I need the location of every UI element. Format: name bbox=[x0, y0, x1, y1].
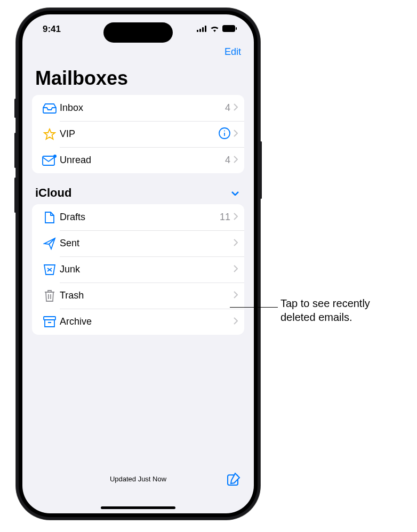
chevron-right-icon bbox=[234, 130, 238, 139]
archive-icon bbox=[39, 316, 60, 328]
mailbox-vip[interactable]: VIP bbox=[32, 121, 244, 147]
mailbox-label: Unread bbox=[60, 155, 225, 166]
svg-point-10 bbox=[53, 155, 57, 158]
mailbox-count: 4 bbox=[225, 155, 230, 166]
chevron-right-icon bbox=[234, 265, 238, 275]
chevron-right-icon bbox=[234, 239, 238, 248]
mailbox-trash[interactable]: Trash bbox=[32, 283, 244, 309]
send-icon bbox=[39, 237, 60, 250]
mailbox-label: VIP bbox=[60, 128, 219, 140]
inbox-icon bbox=[39, 103, 60, 114]
section-header-icloud[interactable]: iCloud bbox=[22, 186, 254, 204]
svg-rect-4 bbox=[222, 25, 235, 32]
status-time: 9:41 bbox=[43, 24, 61, 35]
info-icon[interactable] bbox=[219, 127, 230, 141]
home-indicator[interactable] bbox=[101, 506, 175, 509]
unread-icon bbox=[39, 155, 60, 166]
mailbox-inbox[interactable]: Inbox 4 bbox=[32, 95, 244, 121]
star-icon bbox=[39, 128, 60, 141]
svg-rect-1 bbox=[199, 29, 201, 32]
mailbox-drafts[interactable]: Drafts 11 bbox=[32, 204, 244, 230]
mailbox-count: 4 bbox=[225, 102, 230, 114]
smart-mailboxes-group: Inbox 4 VIP bbox=[32, 95, 244, 173]
chevron-right-icon bbox=[234, 317, 238, 327]
battery-icon bbox=[222, 24, 237, 35]
page-title: Mailboxes bbox=[22, 60, 254, 95]
mailbox-unread[interactable]: Unread 4 bbox=[32, 147, 244, 173]
chevron-right-icon bbox=[234, 291, 238, 301]
chevron-right-icon bbox=[234, 103, 238, 113]
svg-rect-9 bbox=[43, 156, 54, 165]
chevron-right-icon bbox=[234, 213, 238, 222]
callout-annotation: Tap to see recently deleted emails. bbox=[280, 296, 370, 324]
section-title: iCloud bbox=[35, 186, 71, 200]
icloud-mailboxes-group: Drafts 11 Sent Junk bbox=[32, 204, 244, 335]
edit-button[interactable]: Edit bbox=[224, 46, 241, 58]
mailbox-label: Drafts bbox=[60, 212, 220, 223]
trash-icon bbox=[39, 289, 60, 302]
wifi-icon bbox=[210, 24, 219, 35]
mailbox-label: Trash bbox=[60, 290, 234, 301]
svg-rect-0 bbox=[197, 30, 198, 32]
mailbox-sent[interactable]: Sent bbox=[32, 230, 244, 256]
doc-icon bbox=[39, 211, 60, 224]
chevron-right-icon bbox=[234, 156, 238, 165]
cellular-icon bbox=[197, 24, 207, 35]
svg-rect-5 bbox=[236, 27, 237, 30]
chevron-down-icon bbox=[231, 188, 239, 198]
toolbar-status: Updated Just Now bbox=[110, 475, 166, 483]
svg-rect-3 bbox=[205, 26, 206, 32]
svg-rect-2 bbox=[202, 27, 204, 32]
compose-button[interactable] bbox=[226, 472, 241, 489]
mailbox-count: 11 bbox=[220, 212, 230, 223]
mailbox-label: Junk bbox=[60, 264, 234, 275]
mailbox-junk[interactable]: Junk bbox=[32, 256, 244, 283]
svg-point-7 bbox=[224, 130, 225, 131]
mailbox-label: Sent bbox=[60, 238, 234, 249]
svg-rect-13 bbox=[44, 317, 55, 320]
mailbox-label: Archive bbox=[60, 316, 234, 327]
junk-icon bbox=[39, 264, 60, 276]
mailbox-archive[interactable]: Archive bbox=[32, 309, 244, 335]
mailbox-label: Inbox bbox=[60, 102, 225, 114]
